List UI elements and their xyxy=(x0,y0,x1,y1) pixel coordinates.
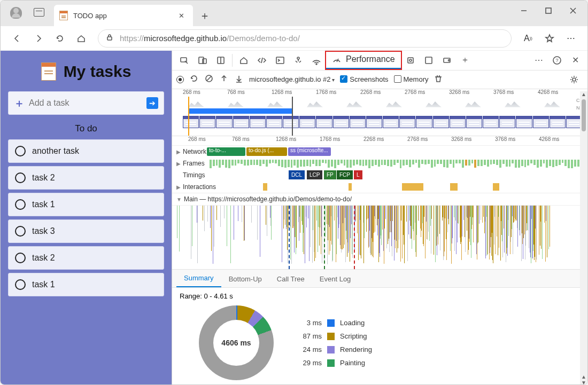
refresh-button[interactable] xyxy=(50,28,70,49)
range-text: Range: 0 - 4.61 s xyxy=(172,288,587,300)
task-checkbox[interactable] xyxy=(15,199,26,210)
tab-favicon-icon xyxy=(59,11,68,20)
home-button[interactable] xyxy=(71,28,91,49)
tab-close-button[interactable]: ✕ xyxy=(175,9,188,22)
svg-rect-16 xyxy=(408,58,413,63)
task-label: task 2 xyxy=(32,253,55,263)
new-tab-button[interactable]: ＋ xyxy=(196,7,213,24)
summary-tab-summary[interactable]: Summary xyxy=(176,270,221,287)
main-track-header[interactable]: ▼Main — https://microsoftedge.github.io/… xyxy=(172,193,587,205)
network-tab-icon[interactable] xyxy=(307,51,326,69)
task-checkbox[interactable] xyxy=(15,279,26,290)
profile-icon[interactable] xyxy=(10,7,22,19)
todo-app: My tasks ＋ ➔ To do another tasktask 2tas… xyxy=(1,51,172,385)
task-checkbox[interactable] xyxy=(15,253,26,263)
gc-button[interactable] xyxy=(434,74,443,85)
task-item[interactable]: task 3 xyxy=(8,219,164,243)
dock-button[interactable] xyxy=(212,51,230,69)
task-item[interactable]: task 1 xyxy=(8,193,164,216)
timings-track[interactable]: Timings DCLLCPFPFCPL xyxy=(172,169,587,181)
elements-tab-icon[interactable] xyxy=(253,51,271,69)
performance-tab-label: Performance xyxy=(346,54,395,64)
window-maximize-button[interactable] xyxy=(536,1,561,21)
frames-track[interactable]: ▶Frames xyxy=(172,158,587,169)
url-text: https://microsoftedge.github.io/Demos/de… xyxy=(120,34,300,43)
svg-point-13 xyxy=(297,57,299,59)
window-close-button[interactable] xyxy=(561,1,585,21)
svg-marker-5 xyxy=(546,35,553,42)
help-button[interactable]: ? xyxy=(548,51,566,69)
submit-task-button[interactable]: ➔ xyxy=(146,97,158,109)
back-button[interactable] xyxy=(7,28,27,49)
app-header: My tasks xyxy=(5,62,167,81)
task-label: task 1 xyxy=(32,200,55,209)
add-panel-button[interactable]: ＋ xyxy=(456,51,474,69)
browser-tab[interactable]: TODO app ✕ xyxy=(54,5,193,26)
legend-row: 29 msPainting xyxy=(295,359,372,367)
section-heading: To do xyxy=(5,123,167,134)
sources-tab-icon[interactable] xyxy=(289,51,307,69)
summary-tab-call-tree[interactable]: Call Tree xyxy=(269,271,312,287)
summary-tab-event-log[interactable]: Event Log xyxy=(312,271,359,287)
task-label: task 2 xyxy=(32,173,55,183)
interactions-track[interactable]: ▶Interactions xyxy=(172,181,587,193)
device-toggle-button[interactable] xyxy=(194,51,212,69)
task-label: another task xyxy=(32,146,79,156)
task-item[interactable]: another task xyxy=(8,139,164,163)
window-titlebar: TODO app ✕ ＋ xyxy=(1,1,587,26)
summary-tab-bottom-up[interactable]: Bottom-Up xyxy=(221,271,269,287)
perf-settings-button[interactable] xyxy=(565,70,583,89)
task-item[interactable]: task 1 xyxy=(8,273,164,296)
load-profile-button[interactable] xyxy=(219,74,229,85)
clipboard-icon xyxy=(41,62,56,81)
svg-rect-8 xyxy=(203,59,206,64)
task-label: task 3 xyxy=(32,226,55,236)
inspect-button[interactable] xyxy=(175,51,194,69)
task-item[interactable]: task 2 xyxy=(8,246,164,270)
address-bar[interactable]: https://microsoftedge.github.io/Demos/de… xyxy=(98,29,512,48)
more-tools-button[interactable]: ⋯ xyxy=(530,51,548,69)
read-aloud-button[interactable]: A)) xyxy=(518,28,538,49)
favorite-button[interactable] xyxy=(539,28,560,49)
devtools-scrollbar[interactable]: ▲▲▼ xyxy=(580,91,587,385)
perf-toolbar: microsoftedge.github.io #2 Screenshots M… xyxy=(172,70,587,89)
task-item[interactable]: task 2 xyxy=(8,166,164,190)
perf-overview[interactable]: 268 ms768 ms1268 ms1768 ms2268 ms2768 ms… xyxy=(172,89,587,136)
svg-point-31 xyxy=(572,78,576,81)
svg-point-17 xyxy=(409,59,412,61)
workspaces-icon[interactable] xyxy=(34,8,44,17)
record-button[interactable] xyxy=(176,76,184,83)
performance-tab[interactable]: Performance xyxy=(326,51,401,69)
task-checkbox[interactable] xyxy=(15,172,26,183)
more-button[interactable]: ⋯ xyxy=(561,28,581,49)
svg-rect-19 xyxy=(444,58,450,62)
task-checkbox[interactable] xyxy=(15,146,26,156)
main-flamechart[interactable] xyxy=(172,205,587,269)
media-tab-icon[interactable] xyxy=(438,51,456,69)
devtools-tabbar: Performance ＋ ⋯ ? ✕ xyxy=(172,51,587,70)
reload-record-button[interactable] xyxy=(189,74,199,85)
memory-tab-icon[interactable] xyxy=(401,51,420,69)
network-track[interactable]: ▶Network to-to-...to-do.js (...ss (micro… xyxy=(172,146,587,158)
add-task-form[interactable]: ＋ ➔ xyxy=(8,91,164,115)
add-task-input[interactable] xyxy=(29,98,146,108)
window-minimize-button[interactable] xyxy=(512,1,536,21)
screenshots-checkbox[interactable]: Screenshots xyxy=(340,75,388,83)
site-info-icon[interactable] xyxy=(105,33,114,44)
memory-checkbox[interactable]: Memory xyxy=(394,75,429,83)
svg-line-24 xyxy=(207,76,211,81)
svg-rect-18 xyxy=(425,57,432,64)
legend-row: 24 msRendering xyxy=(295,345,372,353)
task-checkbox[interactable] xyxy=(15,226,26,237)
summary-body: 4606 ms 3 msLoading87 msScripting24 msRe… xyxy=(172,300,587,385)
perf-tracks[interactable]: 268 ms768 ms1268 ms1768 ms2268 ms2768 ms… xyxy=(172,136,587,269)
welcome-tab-icon[interactable] xyxy=(235,51,253,69)
console-tab-icon[interactable] xyxy=(271,51,289,69)
save-profile-button[interactable] xyxy=(234,74,244,85)
tab-title: TODO app xyxy=(73,12,107,20)
clear-button[interactable] xyxy=(204,74,214,85)
target-dropdown[interactable]: microsoftedge.github.io #2 xyxy=(249,75,335,83)
browser-navbar: https://microsoftedge.github.io/Demos/de… xyxy=(1,26,587,51)
application-tab-icon[interactable] xyxy=(420,51,438,69)
close-devtools-button[interactable]: ✕ xyxy=(566,51,584,69)
